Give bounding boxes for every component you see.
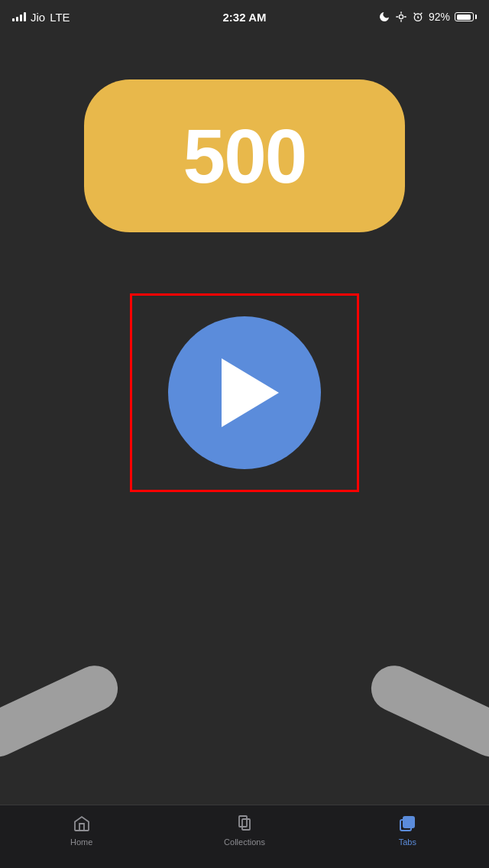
svg-point-0 bbox=[399, 15, 403, 18]
signal-icon bbox=[12, 12, 26, 21]
score-pill: 500 bbox=[84, 79, 405, 232]
play-triangle-icon bbox=[222, 358, 279, 427]
tabs-icon bbox=[397, 813, 418, 834]
status-time: 2:32 AM bbox=[223, 11, 267, 24]
tab-home[interactable]: Home bbox=[0, 813, 163, 847]
flipper-right[interactable] bbox=[364, 658, 489, 764]
svg-line-2 bbox=[414, 13, 416, 15]
tab-tabs-label: Tabs bbox=[399, 837, 416, 847]
svg-line-3 bbox=[420, 13, 422, 15]
status-bar: Jio LTE 2:32 AM 92% bbox=[0, 0, 489, 34]
tab-home-label: Home bbox=[70, 837, 92, 847]
moon-icon bbox=[378, 11, 390, 23]
collections-icon bbox=[234, 813, 255, 834]
network-label: LTE bbox=[50, 11, 70, 24]
tab-bar: Home Collections Tabs bbox=[0, 805, 489, 868]
flipper-left[interactable] bbox=[0, 658, 125, 764]
status-left: Jio LTE bbox=[12, 11, 70, 24]
status-right: 92% bbox=[378, 11, 477, 23]
tab-collections[interactable]: Collections bbox=[163, 813, 325, 847]
carrier-label: Jio bbox=[31, 11, 45, 24]
svg-rect-7 bbox=[403, 817, 414, 828]
svg-rect-5 bbox=[242, 819, 250, 830]
battery-percent-label: 92% bbox=[429, 11, 450, 23]
rotation-lock-icon bbox=[395, 11, 407, 23]
home-icon bbox=[71, 813, 92, 834]
tab-collections-label: Collections bbox=[224, 837, 265, 847]
battery-icon bbox=[455, 12, 477, 21]
score-value: 500 bbox=[183, 112, 306, 200]
tab-tabs[interactable]: Tabs bbox=[326, 813, 489, 847]
main-content: 500 bbox=[0, 34, 489, 805]
flippers-container bbox=[0, 721, 489, 766]
svg-rect-4 bbox=[239, 816, 247, 827]
play-button[interactable] bbox=[168, 316, 321, 469]
play-area[interactable] bbox=[130, 293, 359, 492]
alarm-icon bbox=[412, 11, 424, 23]
